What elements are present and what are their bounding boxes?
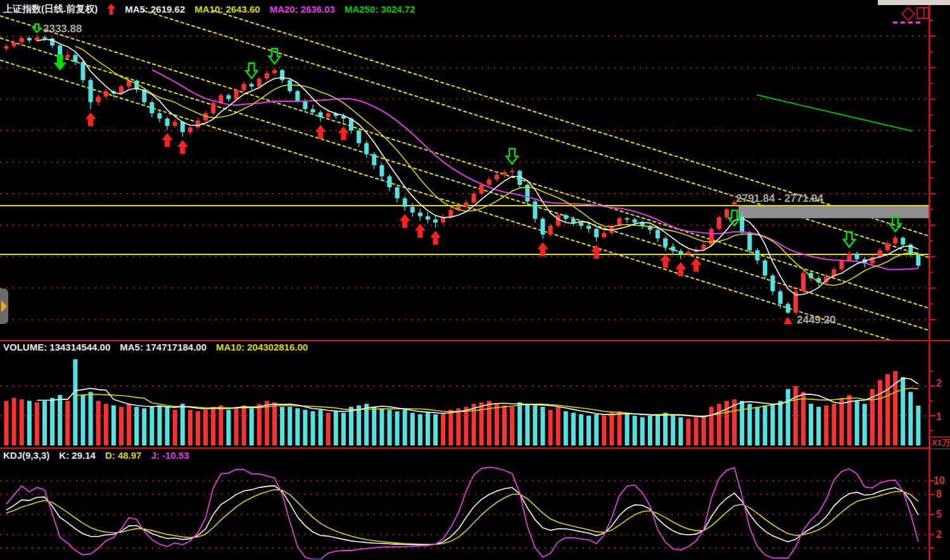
peak-price-label: 3333.88 <box>43 23 82 35</box>
main-pane <box>0 10 929 352</box>
kdj-axis-label-80: 8 <box>936 488 942 500</box>
trend-up-icon <box>107 4 115 15</box>
volume-axis-label-2: 2 <box>936 378 942 389</box>
volume-ma5-value: MA5: 174717184.00 <box>120 342 206 352</box>
expand-sidebar-handle[interactable] <box>0 289 8 324</box>
kdj-axis-label-20: 2 <box>936 529 942 540</box>
kdj-indicator-label: KDJ(9,3,3) <box>3 450 49 461</box>
window-edge-fragment <box>878 0 950 5</box>
gap-zone-bar <box>738 206 929 218</box>
ma20-value: MA20: 2636.03 <box>270 4 335 15</box>
kdj-axis-label-50: 5 <box>936 509 942 520</box>
volume-ma10-value: MA10: 204302816.00 <box>216 342 308 352</box>
volume-pane <box>0 359 929 445</box>
ma10-value: MA10: 2643.60 <box>194 4 260 15</box>
kdj-k-value: K: 29.14 <box>59 450 96 461</box>
ma5-value: MA5: 2619.62 <box>125 4 185 15</box>
kdj-d-value: D: 48.97 <box>105 450 142 461</box>
symbol-title: 上证指数(日线.前复权) <box>3 3 98 15</box>
trading-app-window: 上证指数(日线.前复权) MA5: 2619.62 MA10: 2643.60 … <box>0 0 950 560</box>
chart-canvas[interactable] <box>0 0 950 560</box>
gap-range-label: 2791.84 - 2771.94 <box>736 192 823 205</box>
low-triangle-marker <box>783 317 792 325</box>
magenta-dashed-marks <box>893 22 922 23</box>
volume-value: VOLUME: 134314544.00 <box>3 342 110 352</box>
split-panes-icon[interactable] <box>916 7 929 19</box>
volume-axis-label-1: 1 <box>936 411 942 423</box>
ma250-line <box>757 95 912 131</box>
kdj-pane-header: KDJ(9,3,3) K: 29.14 D: 48.97 J: -10.53 <box>3 450 189 461</box>
volume-unit-box: X1万 <box>930 437 950 449</box>
main-chart-header: 上证指数(日线.前复权) MA5: 2619.62 MA10: 2643.60 … <box>3 3 415 15</box>
kdj-axis-label-100: 10 <box>934 475 945 487</box>
volume-pane-header: VOLUME: 134314544.00 MA5: 174717184.00 M… <box>3 342 308 352</box>
kdj-pane <box>0 467 929 559</box>
kdj-j-value: J: -10.53 <box>151 450 189 461</box>
ma250-value: MA250: 3024.72 <box>345 4 415 15</box>
low-price-label: 2449.20 <box>797 314 835 327</box>
axes <box>0 0 950 560</box>
